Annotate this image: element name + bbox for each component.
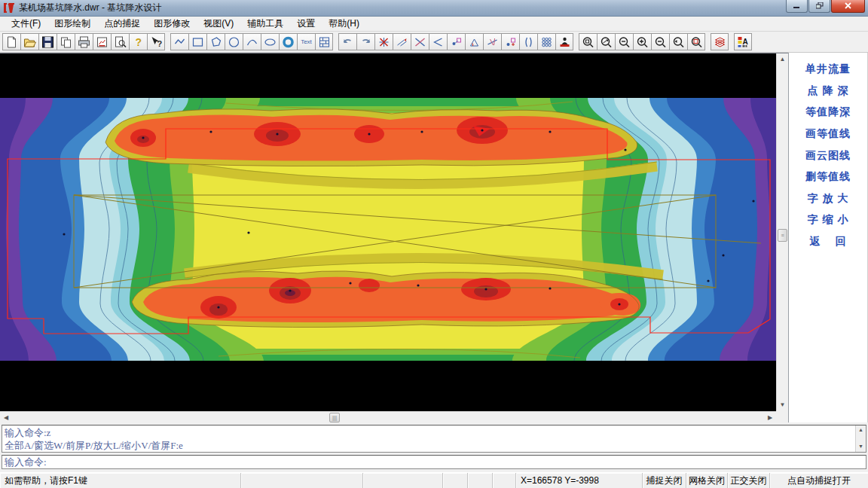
donut-tool-button[interactable] — [279, 33, 297, 50]
command-history-scrollbar[interactable]: ▲ ▼ — [855, 425, 866, 452]
close-button[interactable] — [831, 0, 865, 13]
side-item-return[interactable]: 返 回 — [789, 231, 867, 253]
menu-bar: 文件(F) 图形绘制 点的捕捉 图形修改 视图(V) 辅助工具 设置 帮助(H) — [0, 17, 868, 32]
zoom-window-button[interactable] — [687, 33, 705, 50]
context-help-button[interactable]: ? — [147, 33, 165, 50]
pan-button[interactable] — [669, 33, 687, 50]
menu-modify[interactable]: 图形修改 — [147, 16, 197, 32]
status-help-text: 如需帮助，请按F1键 — [0, 473, 241, 488]
circle-tool-button[interactable] — [225, 33, 243, 50]
drawing-canvas[interactable] — [0, 53, 776, 411]
side-menu-panel: 单井流量 点 降 深 等值降深 画等值线 画云图线 删等值线 字 放 大 字 缩… — [788, 53, 868, 422]
title-bar: 某机场基坑降水.dwr - 基坑降水设计 — [0, 0, 868, 17]
undo-button[interactable] — [338, 33, 356, 50]
open-file-button[interactable] — [20, 33, 38, 50]
snap-toggle[interactable]: 捕捉关闭 — [643, 473, 686, 488]
erase-button[interactable] — [374, 33, 393, 50]
side-item-enlarge-text[interactable]: 字 放 大 — [789, 188, 867, 210]
svg-text:?: ? — [157, 39, 162, 48]
text-tool-label: Text — [301, 38, 312, 45]
zoom-previous-button[interactable] — [615, 33, 633, 50]
angle-tool-button[interactable] — [429, 33, 447, 50]
scroll-down-arrow-icon[interactable]: ▼ — [856, 443, 866, 451]
zoom-in-button[interactable] — [633, 33, 651, 50]
horizontal-scroll-thumb[interactable]: ||| — [329, 413, 340, 422]
side-item-single-well-flow[interactable]: 单井流量 — [789, 59, 867, 81]
side-item-point-drawdown[interactable]: 点 降 深 — [789, 81, 867, 102]
side-item-contour-drawdown[interactable]: 等值降深 — [789, 102, 867, 124]
arc-tool-button[interactable] — [243, 33, 261, 50]
side-item-delete-contours[interactable]: 删等值线 — [789, 166, 867, 188]
snap-node-button[interactable] — [501, 33, 519, 50]
break-gap-button[interactable] — [519, 33, 537, 50]
status-coordinates: X=166578 Y=-3998 — [516, 473, 643, 488]
trim-button[interactable] — [483, 33, 501, 50]
text-style-color-button[interactable]: A — [734, 33, 752, 50]
restore-button[interactable] — [808, 0, 830, 13]
scrollbar-corner — [776, 410, 788, 422]
print-button[interactable] — [75, 33, 93, 50]
menu-point-snap[interactable]: 点的捕捉 — [97, 16, 147, 32]
menu-draw[interactable]: 图形绘制 — [47, 16, 97, 32]
command-prompt-label: 输入命令: — [5, 456, 47, 468]
new-file-button[interactable] — [2, 33, 20, 50]
menu-view[interactable]: 视图(V) — [197, 16, 240, 32]
rectangle-tool-button[interactable] — [188, 33, 206, 50]
status-bar: 如需帮助，请按F1键 X=166578 Y=-3998 捕捉关闭 网格关闭 正交… — [0, 472, 868, 488]
zoom-extents-button[interactable] — [579, 33, 597, 50]
copy-button[interactable] — [57, 33, 75, 50]
scroll-down-arrow-icon[interactable]: ▼ — [777, 399, 788, 411]
svg-text:A: A — [742, 37, 747, 45]
break-cross-button[interactable] — [411, 33, 429, 50]
redo-button[interactable] — [356, 33, 374, 50]
menu-file[interactable]: 文件(F) — [5, 16, 47, 32]
scroll-up-arrow-icon[interactable]: ▲ — [777, 53, 788, 66]
menu-help[interactable]: 帮助(H) — [322, 16, 366, 32]
angle-measure-button[interactable] — [465, 33, 483, 50]
status-empty-cell — [468, 473, 493, 488]
scroll-left-arrow-icon[interactable]: ◀ — [0, 412, 12, 423]
layers-button[interactable] — [711, 33, 729, 50]
scroll-right-arrow-icon[interactable]: ▶ — [764, 412, 776, 423]
horizontal-scrollbar[interactable]: ◀ ||| ▶ — [0, 411, 788, 422]
side-item-shrink-text[interactable]: 字 缩 小 — [789, 209, 867, 231]
vertical-scroll-thumb[interactable]: ≡ — [778, 229, 787, 242]
minimize-button[interactable] — [786, 0, 808, 13]
scroll-up-arrow-icon[interactable]: ▲ — [856, 426, 866, 435]
presentation-button[interactable] — [555, 33, 573, 50]
polyline-tool-button[interactable] — [170, 33, 188, 50]
menu-tools[interactable]: 辅助工具 — [240, 16, 290, 32]
hatch-tool-button[interactable] — [315, 33, 333, 50]
status-empty-cell — [241, 473, 363, 488]
snap-point-button[interactable] — [447, 33, 465, 50]
main-area: ▲ ≡ ▼ ◀ ||| ▶ 单井流量 点 降 深 等值降深 画等值线 画云图线 … — [0, 53, 868, 422]
text-tool-button[interactable]: Text — [297, 33, 315, 50]
save-button[interactable] — [38, 33, 57, 50]
plot-preview-button[interactable] — [93, 33, 111, 50]
zoom-out-button[interactable] — [651, 33, 669, 50]
ortho-toggle[interactable]: 正交关闭 — [728, 473, 770, 488]
grid-toggle[interactable]: 网格关闭 — [686, 473, 728, 488]
command-area: 输入命令:z 全部A/窗选W/前屏P/放大L/缩小V/首屏F:e ▲ ▼ 输入命… — [0, 422, 868, 472]
array-button[interactable] — [537, 33, 555, 50]
command-history-line: 输入命令:z — [5, 426, 854, 439]
ellipse-tool-button[interactable] — [261, 33, 279, 50]
side-item-draw-contours[interactable]: 画等值线 — [789, 124, 867, 145]
extend-button[interactable] — [393, 33, 411, 50]
autosnap-toggle[interactable]: 点自动捕捉打开 — [770, 473, 868, 488]
command-history-box[interactable]: 输入命令:z 全部A/窗选W/前屏P/放大L/缩小V/首屏F:e ▲ ▼ — [2, 425, 866, 453]
command-input[interactable]: 输入命令: — [2, 455, 866, 469]
menu-settings[interactable]: 设置 — [290, 16, 322, 32]
vertical-scrollbar[interactable]: ▲ ≡ ▼ — [776, 53, 788, 411]
status-empty-cell — [493, 473, 516, 488]
status-empty-cell — [443, 473, 468, 488]
help-button[interactable]: ? — [129, 33, 147, 50]
app-window: 某机场基坑降水.dwr - 基坑降水设计 文件(F) 图形绘制 点的捕捉 图形修… — [0, 0, 868, 488]
toolbar: ? ? Text — [0, 32, 868, 53]
command-history-line: 全部A/窗选W/前屏P/放大L/缩小V/首屏F:e — [5, 439, 854, 452]
print-preview-button[interactable] — [111, 33, 129, 50]
side-item-draw-cloud-map[interactable]: 画云图线 — [789, 145, 867, 166]
status-empty-cell — [363, 473, 443, 488]
polygon-tool-button[interactable] — [206, 33, 225, 50]
zoom-dynamic-button[interactable] — [597, 33, 615, 50]
